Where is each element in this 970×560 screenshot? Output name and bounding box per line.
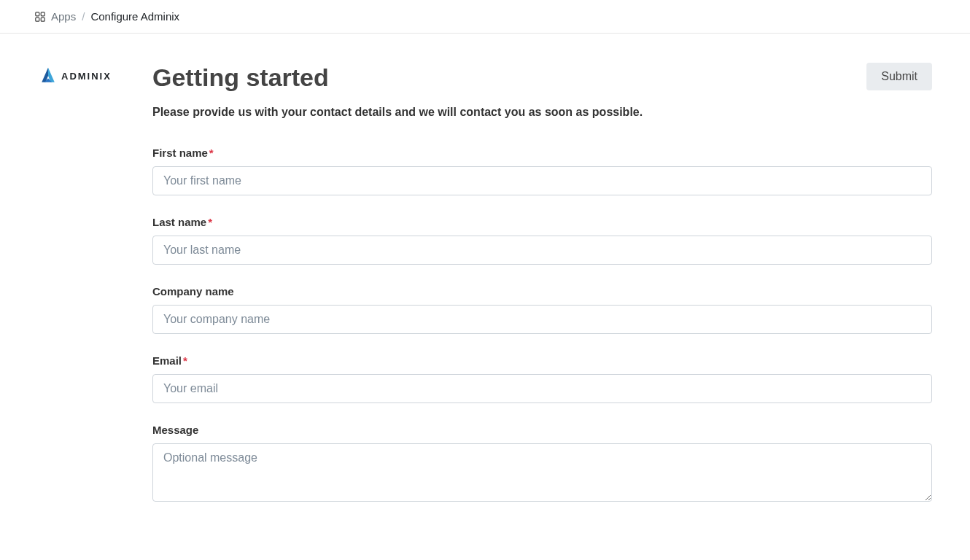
- submit-button[interactable]: Submit: [866, 63, 932, 90]
- svg-rect-0: [36, 12, 39, 15]
- first-name-label: First name*: [152, 147, 932, 159]
- email-label: Email*: [152, 354, 932, 367]
- company-name-input[interactable]: [152, 305, 932, 334]
- first-name-input[interactable]: [152, 166, 932, 195]
- last-name-label: Last name*: [152, 216, 932, 228]
- last-name-input[interactable]: [152, 236, 932, 265]
- message-textarea[interactable]: [152, 443, 932, 502]
- required-asterisk: *: [208, 216, 212, 228]
- company-name-label: Company name: [152, 285, 932, 298]
- svg-rect-1: [41, 12, 44, 15]
- brand-name: ADMINIX: [61, 71, 112, 82]
- svg-rect-3: [41, 18, 44, 21]
- required-asterisk: *: [183, 354, 187, 367]
- email-input[interactable]: [152, 374, 932, 403]
- apps-grid-icon: [35, 12, 45, 22]
- breadcrumb: Apps / Configure Adminix: [0, 0, 970, 34]
- breadcrumb-separator: /: [82, 10, 85, 23]
- svg-rect-2: [36, 18, 39, 21]
- breadcrumb-current: Configure Adminix: [90, 10, 179, 23]
- page-subtitle: Please provide us with your contact deta…: [152, 106, 932, 119]
- required-asterisk: *: [209, 147, 214, 159]
- message-label: Message: [152, 424, 932, 436]
- adminix-logo-icon: [38, 66, 58, 86]
- breadcrumb-link-apps[interactable]: Apps: [51, 10, 76, 23]
- brand-logo: ADMINIX: [38, 66, 131, 86]
- page-title: Getting started: [152, 63, 329, 93]
